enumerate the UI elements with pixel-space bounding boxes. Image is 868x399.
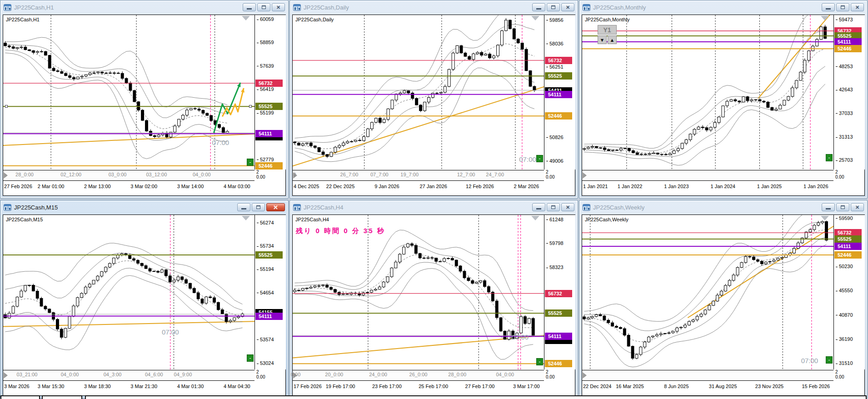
chart-plot-weekly[interactable] xyxy=(582,215,833,369)
minimize-button[interactable] xyxy=(532,203,545,211)
bottom-tab[interactable] xyxy=(0,395,40,399)
period-separator-label: 07_7:00 xyxy=(370,172,389,177)
tick-mark xyxy=(836,218,838,219)
bottom-tab[interactable] xyxy=(42,395,82,399)
level-lines xyxy=(582,31,833,49)
window-titlebar[interactable]: JP225Cash,H4✕ xyxy=(290,200,578,214)
indicator-collapse-badge[interactable]: - xyxy=(536,358,543,365)
chart-plot-h4[interactable] xyxy=(293,215,544,369)
period-separator-label: 24_7:00 xyxy=(486,172,504,177)
scale-down-button[interactable]: ▼ xyxy=(598,35,607,44)
price-axis[interactable]: 5985658036562515082649006544315673255525… xyxy=(544,15,575,170)
chart-area-monthly: JP225Cash,MonthlyY1▼▲-594734825342643370… xyxy=(582,15,865,196)
price-tick-label: 52779 xyxy=(257,157,274,162)
indicator-collapse-badge[interactable]: - xyxy=(247,159,254,166)
restore-button[interactable] xyxy=(257,3,270,11)
indicator-collapse-badge[interactable]: - xyxy=(826,356,833,364)
close-button[interactable]: ✕ xyxy=(561,203,574,211)
tick-mark xyxy=(836,364,838,364)
price-tick-label: 58036 xyxy=(546,41,564,46)
restore-button[interactable] xyxy=(836,3,849,11)
restore-button[interactable] xyxy=(547,203,560,211)
minimize-button[interactable] xyxy=(237,203,250,211)
chart-window-icon xyxy=(4,4,11,11)
tick-mark xyxy=(546,44,548,44)
window-monthly: JP225Cash,Monthly✕JP225Cash,MonthlyY1▼▲-… xyxy=(579,0,868,199)
time-axis-label: 2 Mar 01:00 xyxy=(38,184,65,189)
close-button[interactable]: ✕ xyxy=(851,3,864,11)
restore-button[interactable] xyxy=(836,203,849,211)
chart-window-icon xyxy=(4,204,11,211)
price-tick-text: 55734 xyxy=(260,243,274,249)
indicator-subwindow xyxy=(582,370,833,381)
price-axis[interactable]: 6005958859576395641955199527795673255525… xyxy=(254,15,286,170)
minimize-icon xyxy=(536,8,541,10)
close-button[interactable]: ✕ xyxy=(272,3,285,11)
price-tick-label: 58859 xyxy=(257,40,274,45)
tick-mark xyxy=(836,267,838,267)
band-lines xyxy=(584,215,826,367)
window-titlebar[interactable]: JP225Cash,Weekly✕ xyxy=(579,200,867,214)
restore-button[interactable] xyxy=(252,203,265,211)
minimize-button[interactable] xyxy=(532,3,545,11)
window-controls: ✕ xyxy=(237,203,285,211)
scale-up-button[interactable]: ▲ xyxy=(608,35,617,44)
chart-corner-label: JP225Cash,Weekly xyxy=(585,217,629,222)
price-axis[interactable]: 5959050230455504087036190315105673255525… xyxy=(833,215,865,369)
price-axis[interactable]: 5627455734551945465453574530245415555525… xyxy=(254,215,286,369)
chart-plot-daily[interactable] xyxy=(293,15,544,170)
level-price-label-purple: 54111 xyxy=(545,333,572,340)
subwindow-triangle-icon xyxy=(583,372,587,379)
time-axis[interactable]: 22 Dec 202416 Mar 20258 Jun 202531 Aug 2… xyxy=(582,382,865,393)
time-axis-label: 1 Jan 2021 xyxy=(583,184,608,189)
line-handle[interactable] xyxy=(249,105,252,108)
price-tick-label: 36190 xyxy=(836,336,853,342)
window-titlebar[interactable]: JP225Cash,H1✕ xyxy=(0,0,288,14)
price-tick-label: 57639 xyxy=(257,63,274,69)
indicator-collapse-badge[interactable]: - xyxy=(826,154,833,161)
separator-lines xyxy=(51,15,215,170)
subwindow-axis-label: 0.00 xyxy=(546,175,554,180)
y1-button[interactable]: Y1 xyxy=(598,25,617,35)
close-button[interactable]: ✕ xyxy=(561,3,574,11)
minimize-button[interactable] xyxy=(822,203,835,211)
line-handle[interactable] xyxy=(5,105,8,108)
price-tick-label: 56419 xyxy=(257,86,274,92)
price-tick-text: 59856 xyxy=(549,17,564,23)
indicator-collapse-badge[interactable]: - xyxy=(536,155,543,162)
price-tick-label: 54654 xyxy=(257,290,274,295)
window-title: JP225Cash,H4 xyxy=(304,204,529,211)
time-axis[interactable]: 4 Dec 202522 Dec 20259 Jan 202627 Jan 20… xyxy=(293,182,575,193)
window-titlebar[interactable]: JP225Cash,M15✕ xyxy=(0,200,288,214)
close-icon: ✕ xyxy=(566,204,570,210)
time-axis-label: 3 Mar 02:00 xyxy=(130,184,157,189)
time-axis[interactable]: 27 Feb 20262 Mar 01:002 Mar 13:003 Mar 0… xyxy=(3,182,286,193)
price-tick-text: 45550 xyxy=(839,288,853,293)
minimize-button[interactable] xyxy=(243,3,256,11)
period-separator-label: 20_0:00 xyxy=(325,372,343,377)
bottom-tab[interactable] xyxy=(85,395,867,399)
price-axis[interactable]: 5947348253426433703331313257035673255525… xyxy=(833,15,865,170)
chart-plot-h1[interactable] xyxy=(3,15,254,170)
minimize-icon xyxy=(536,208,541,209)
time-axis[interactable]: 1 Jan 20211 Jan 20221 Jan 20231 Jan 2024… xyxy=(582,182,865,193)
restore-button[interactable] xyxy=(547,3,560,11)
indicator-collapse-badge[interactable]: - xyxy=(247,354,254,362)
time-axis[interactable]: 17 Feb 202619 Feb 17:0023 Feb 17:0025 Fe… xyxy=(293,382,575,393)
minimize-icon xyxy=(241,208,246,209)
window-titlebar[interactable]: JP225Cash,Monthly✕ xyxy=(579,0,867,14)
minimize-button[interactable] xyxy=(822,3,835,11)
level-price-label-olive: 55525 xyxy=(834,235,862,243)
price-tick-text: 53024 xyxy=(260,360,274,366)
price-axis[interactable]: 61248597985832356732555255411152446 xyxy=(544,215,575,369)
close-button[interactable]: ✕ xyxy=(851,203,864,211)
subwindow-axis-label: 0.00 xyxy=(835,374,844,379)
window-titlebar[interactable]: JP225Cash,Daily✕ xyxy=(290,0,578,14)
minimize-icon xyxy=(826,8,831,10)
close-button[interactable]: ✕ xyxy=(266,203,285,211)
time-axis[interactable]: 3 Mar 20263 Mar 15:303 Mar 18:303 Mar 21… xyxy=(3,382,286,393)
chart-plot-monthly[interactable] xyxy=(582,15,833,170)
chart-plot-m15[interactable] xyxy=(3,215,254,369)
level-price-label-purple: 54111 xyxy=(834,38,862,45)
period-separator-label: 26_7:00 xyxy=(340,172,359,177)
